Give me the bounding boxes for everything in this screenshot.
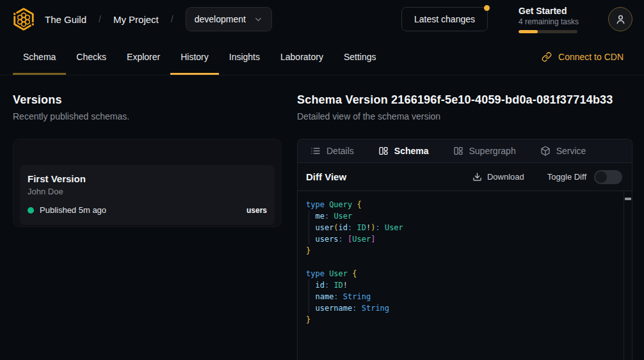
schema-version-title: Schema Version 2166196f-5e10-4059-bd0a-0… <box>297 93 632 107</box>
code-line: type User { <box>306 268 615 279</box>
schema-version-panel: Schema Version 2166196f-5e10-4059-bd0a-0… <box>297 93 632 360</box>
published-status-dot <box>28 207 34 214</box>
code-line: } <box>306 245 615 256</box>
service-badge: users <box>246 206 267 215</box>
breadcrumb: The Guild / My Project / <box>45 14 173 25</box>
code-line: type Query { <box>306 199 615 210</box>
tab-schema[interactable]: Schema <box>378 146 429 156</box>
diff-toolbar: Diff View Download Toggle Diff <box>298 163 632 191</box>
app-header: The Guild / My Project / development Lat… <box>0 0 644 38</box>
tab-details-label: Details <box>326 146 354 156</box>
tab-supergraph-label: Supergraph <box>469 146 516 156</box>
nav-tab-insights[interactable]: Insights <box>219 38 270 75</box>
breadcrumb-org[interactable]: The Guild <box>45 14 86 25</box>
get-started-progress-fill <box>519 30 538 33</box>
version-name: First Version <box>28 173 267 184</box>
toggle-diff-switch[interactable] <box>594 170 622 184</box>
latest-changes-label: Latest changes <box>414 14 475 24</box>
schema-code-viewer[interactable]: type Query { me: User user(id: ID!): Use… <box>298 191 632 360</box>
toggle-diff-label: Toggle Diff <box>547 172 586 182</box>
version-status: Published 5m ago <box>40 205 106 215</box>
code-line: users: [User] <box>306 233 615 245</box>
download-icon <box>472 172 482 182</box>
nav-tab-laboratory[interactable]: Laboratory <box>270 38 334 75</box>
target-dropdown-value: development <box>195 14 246 24</box>
chevron-down-icon <box>254 15 263 24</box>
get-started-widget[interactable]: Get Started 4 remaining tasks <box>519 6 577 33</box>
version-list-item[interactable]: First Version John Doe Published 5m ago … <box>20 165 275 225</box>
schema-version-subtitle: Detailed view of the schema version <box>297 111 632 121</box>
target-dropdown[interactable]: development <box>186 7 272 31</box>
tab-service-label: Service <box>556 146 586 156</box>
nav-tab-checks[interactable]: Checks <box>66 38 117 75</box>
project-nav: Schema Checks Explorer History Insights … <box>0 38 644 75</box>
get-started-title: Get Started <box>519 6 577 16</box>
get-started-subtitle: 4 remaining tasks <box>519 17 577 26</box>
connect-cdn-link[interactable]: Connect to CDN <box>542 52 624 62</box>
nav-tab-settings[interactable]: Settings <box>334 38 387 75</box>
breadcrumb-separator: / <box>171 14 173 24</box>
code-line: id: ID! <box>306 279 615 291</box>
diff-view-title: Diff View <box>306 171 346 182</box>
columns-icon <box>453 146 463 156</box>
code-line: user(id: ID!): User <box>306 222 615 233</box>
nav-tab-schema[interactable]: Schema <box>13 38 66 75</box>
download-button[interactable]: Download <box>472 172 524 182</box>
latest-changes-button[interactable]: Latest changes <box>401 7 488 31</box>
tab-supergraph[interactable]: Supergraph <box>453 146 516 156</box>
get-started-progress-track <box>519 30 577 33</box>
versions-panel: Versions Recently published schemas. Fir… <box>13 93 282 360</box>
versions-title: Versions <box>13 93 282 107</box>
code-scrollbar-thumb[interactable] <box>625 198 631 200</box>
connect-cdn-label: Connect to CDN <box>558 52 624 62</box>
tab-schema-label: Schema <box>394 146 429 156</box>
hive-logo[interactable] <box>12 7 36 31</box>
code-line: } <box>306 314 615 325</box>
link-icon <box>542 52 552 62</box>
breadcrumb-separator: / <box>99 14 101 24</box>
version-author: John Doe <box>28 187 267 196</box>
code-line: me: User <box>306 210 615 222</box>
code-line <box>306 256 615 268</box>
toggle-knob <box>595 171 607 183</box>
code-content: type Query { me: User user(id: ID!): Use… <box>298 191 632 333</box>
nav-tab-history[interactable]: History <box>170 38 219 75</box>
notification-dot <box>484 5 490 11</box>
schema-detail-card: Details Schema Supergraph <box>297 139 632 360</box>
avatar[interactable] <box>608 7 632 31</box>
main-content: Versions Recently published schemas. Fir… <box>0 75 644 360</box>
cube-icon <box>540 146 551 156</box>
columns-icon <box>378 146 389 156</box>
nav-tab-explorer[interactable]: Explorer <box>117 38 170 75</box>
code-line: name: String <box>306 291 615 302</box>
versions-list-card: First Version John Doe Published 5m ago … <box>13 139 282 227</box>
tab-details[interactable]: Details <box>310 146 354 156</box>
list-icon <box>310 146 321 156</box>
download-label: Download <box>487 172 524 182</box>
user-icon <box>615 13 627 26</box>
breadcrumb-project[interactable]: My Project <box>113 14 159 25</box>
hive-logo-icon <box>12 7 36 31</box>
schema-detail-tabs: Details Schema Supergraph <box>298 139 632 163</box>
code-line: username: String <box>306 302 615 314</box>
versions-subtitle: Recently published schemas. <box>13 111 282 121</box>
code-scrollbar[interactable] <box>624 191 632 360</box>
tab-service[interactable]: Service <box>540 146 586 156</box>
